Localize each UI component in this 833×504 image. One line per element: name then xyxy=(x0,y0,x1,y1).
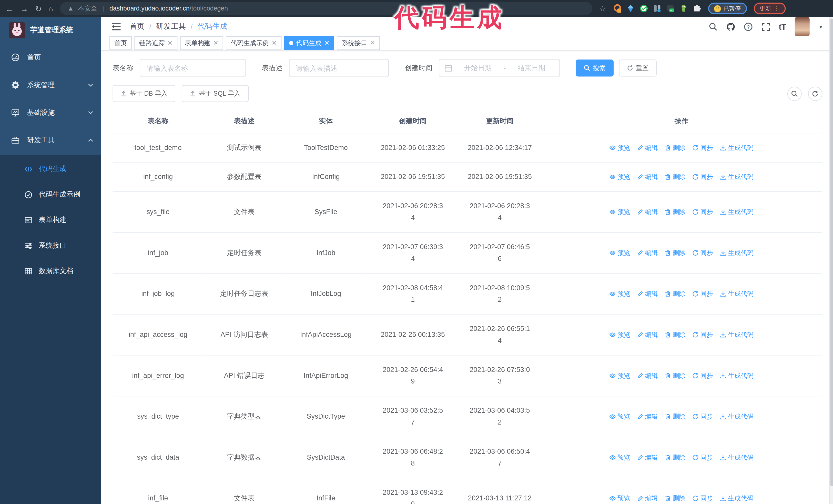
preview-button[interactable]: 预览 xyxy=(610,329,630,341)
chevron-down-icon[interactable]: ▼ xyxy=(818,24,824,29)
preview-button[interactable]: 预览 xyxy=(610,171,630,183)
delete-button[interactable]: 删除 xyxy=(665,206,685,218)
dark-on-extension-icon[interactable]: on xyxy=(666,4,674,13)
page-scrollbar[interactable] xyxy=(829,17,833,504)
sidebar-item-1[interactable]: 系统管理 xyxy=(0,71,101,99)
preview-button[interactable]: 预览 xyxy=(610,288,630,300)
edit-button[interactable]: 编辑 xyxy=(637,411,658,423)
browser-menu-icon[interactable]: ⋮ xyxy=(774,5,780,12)
preview-button[interactable]: 预览 xyxy=(610,142,630,153)
sidebar-subitem-2[interactable]: 表单构建 xyxy=(0,207,101,233)
delete-button[interactable]: 删除 xyxy=(665,411,685,423)
sync-button[interactable]: 同步 xyxy=(692,288,713,300)
puzzle-extension-icon[interactable] xyxy=(693,4,701,13)
generate-button[interactable]: 生成代码 xyxy=(720,493,754,504)
fullscreen-icon[interactable] xyxy=(761,22,770,31)
tab-3[interactable]: 代码生成示例✕ xyxy=(226,36,282,50)
preview-button[interactable]: 预览 xyxy=(610,247,630,259)
generate-button[interactable]: 生成代码 xyxy=(720,370,754,382)
preview-button[interactable]: 预览 xyxy=(610,411,630,423)
edit-button[interactable]: 编辑 xyxy=(637,493,658,504)
paused-profile-badge[interactable]: 已暂停 xyxy=(708,3,747,14)
delete-button[interactable]: 删除 xyxy=(665,288,685,300)
delete-button[interactable]: 删除 xyxy=(665,493,685,504)
generate-button[interactable]: 生成代码 xyxy=(720,206,754,218)
sync-button[interactable]: 同步 xyxy=(692,142,713,153)
tab-0[interactable]: 首页 xyxy=(110,36,132,50)
orange-extension-icon[interactable] xyxy=(613,4,621,13)
edit-button[interactable]: 编辑 xyxy=(637,142,658,153)
sync-button[interactable]: 同步 xyxy=(692,452,713,463)
sync-button[interactable]: 同步 xyxy=(692,411,713,423)
delete-button[interactable]: 删除 xyxy=(665,171,685,183)
hamburger-icon[interactable] xyxy=(112,22,121,31)
bookmark-star-icon[interactable]: ☆ xyxy=(599,4,606,13)
delete-button[interactable]: 删除 xyxy=(665,247,685,259)
sync-button[interactable]: 同步 xyxy=(692,370,713,382)
sidebar-item-2[interactable]: 基础设施 xyxy=(0,99,101,127)
sidebar-subitem-1[interactable]: 代码生成示例 xyxy=(0,182,101,207)
close-icon[interactable]: ✕ xyxy=(213,40,218,46)
close-icon[interactable]: ✕ xyxy=(370,40,375,46)
search-icon[interactable] xyxy=(709,22,718,31)
address-bar[interactable]: ▲ 不安全 | dashboard.yudao.iocoder.cn/tool/… xyxy=(60,2,592,15)
gem-extension-icon[interactable] xyxy=(626,4,635,13)
date-range-picker[interactable]: 开始日期 - 结束日期 xyxy=(439,59,560,77)
close-icon[interactable]: ✕ xyxy=(271,40,277,46)
delete-button[interactable]: 删除 xyxy=(665,370,685,382)
preview-button[interactable]: 预览 xyxy=(610,370,630,382)
edit-button[interactable]: 编辑 xyxy=(637,329,658,341)
import-sql-button[interactable]: 基于 SQL 导入 xyxy=(182,85,248,102)
grid-extension-icon[interactable] xyxy=(653,4,661,13)
tab-5[interactable]: 系统接口✕ xyxy=(337,36,380,50)
generate-button[interactable]: 生成代码 xyxy=(720,288,754,300)
generate-button[interactable]: 生成代码 xyxy=(720,411,754,423)
generate-button[interactable]: 生成代码 xyxy=(720,329,754,341)
sidebar-subitem-4[interactable]: 数据库文档 xyxy=(0,258,101,284)
generate-button[interactable]: 生成代码 xyxy=(720,171,754,183)
app-logo[interactable]: 芋道管理系统 xyxy=(0,17,101,44)
help-icon[interactable]: ? xyxy=(744,22,753,31)
edit-button[interactable]: 编辑 xyxy=(637,370,658,382)
github-icon[interactable] xyxy=(726,22,735,31)
delete-button[interactable]: 删除 xyxy=(665,329,685,341)
generate-button[interactable]: 生成代码 xyxy=(720,452,754,463)
sync-button[interactable]: 同步 xyxy=(692,206,713,218)
sidebar-item-3[interactable]: 研发工具 xyxy=(0,126,101,154)
sync-button[interactable]: 同步 xyxy=(692,247,713,259)
edit-button[interactable]: 编辑 xyxy=(637,247,658,259)
reload-icon[interactable]: ↻ xyxy=(35,5,42,13)
table-desc-input[interactable] xyxy=(289,59,389,77)
home-icon[interactable]: ⌂ xyxy=(49,5,53,12)
check-extension-icon[interactable] xyxy=(640,4,648,13)
browser-update-button[interactable]: 更新 ⋮ xyxy=(754,3,785,14)
sidebar-item-0[interactable]: 首页 xyxy=(0,44,101,71)
preview-button[interactable]: 预览 xyxy=(610,452,630,463)
close-icon[interactable]: ✕ xyxy=(324,40,330,46)
table-name-input[interactable] xyxy=(140,59,246,77)
search-button[interactable]: 搜索 xyxy=(576,59,614,76)
preview-button[interactable]: 预览 xyxy=(610,206,630,218)
breadcrumb-home[interactable]: 首页 xyxy=(130,22,145,31)
breadcrumb-dev-tools[interactable]: 研发工具 xyxy=(156,22,186,31)
refresh-circle-icon[interactable] xyxy=(808,87,823,101)
import-db-button[interactable]: 基于 DB 导入 xyxy=(113,85,175,102)
font-size-icon[interactable]: tT xyxy=(779,22,786,31)
edit-button[interactable]: 编辑 xyxy=(637,288,658,300)
sync-button[interactable]: 同步 xyxy=(692,329,713,341)
green-extension-icon[interactable] xyxy=(679,4,688,13)
edit-button[interactable]: 编辑 xyxy=(637,452,658,463)
reset-button[interactable]: 重置 xyxy=(619,59,657,76)
edit-button[interactable]: 编辑 xyxy=(637,206,658,218)
tab-1[interactable]: 链路追踪✕ xyxy=(134,36,177,50)
tab-2[interactable]: 表单构建✕ xyxy=(180,36,223,50)
forward-icon[interactable]: → xyxy=(20,5,28,13)
sync-button[interactable]: 同步 xyxy=(692,493,713,504)
preview-button[interactable]: 预览 xyxy=(610,493,630,504)
back-icon[interactable]: ← xyxy=(5,5,13,13)
scrollbar-thumb[interactable] xyxy=(830,19,833,486)
generate-button[interactable]: 生成代码 xyxy=(720,142,754,153)
sync-button[interactable]: 同步 xyxy=(692,171,713,183)
sidebar-subitem-3[interactable]: 系统接口 xyxy=(0,233,101,258)
close-icon[interactable]: ✕ xyxy=(167,40,173,46)
